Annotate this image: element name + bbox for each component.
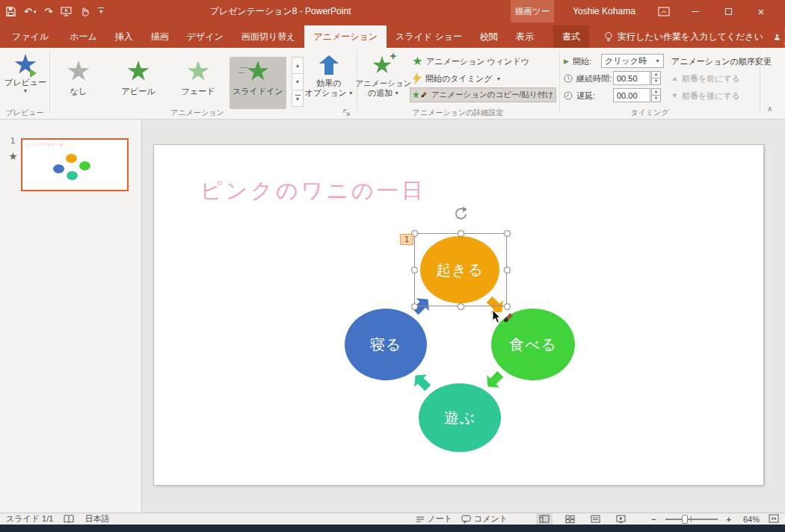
shape-play[interactable]: 遊ぶ (419, 383, 501, 452)
group-label-animation: アニメーション (49, 108, 345, 118)
fit-slide-to-window-button[interactable] (769, 514, 779, 525)
tab-draw[interactable]: 描画 (142, 25, 178, 48)
selection-handle[interactable] (411, 303, 418, 310)
selection-handle[interactable] (458, 303, 464, 310)
move-later-arrow-icon: ▼ (671, 92, 678, 99)
tab-transitions[interactable]: 画面切り替え (233, 25, 305, 48)
selection-handle[interactable] (504, 303, 511, 310)
ribbon-tab-row: ファイル ホーム 挿入 描画 デザイン 画面切り替え アニメーション スライド … (0, 22, 785, 48)
delay-spin-up-button[interactable]: ▲ (651, 88, 661, 95)
duration-clock-icon (564, 74, 573, 83)
qat-customize-icon[interactable]: ▾ (98, 7, 104, 15)
add-animation-button[interactable]: + アニメーション の追加▼ (359, 51, 408, 98)
move-later-button[interactable]: ▼ 順番を後にする (671, 88, 740, 103)
trigger-button[interactable]: 開始のタイミング ▼ (413, 71, 501, 86)
slide-title[interactable]: ピンクのワニの一日 (200, 176, 426, 206)
gallery-scroll-down-button[interactable]: ▼ (292, 73, 304, 90)
animation-appear-item[interactable]: アピール (110, 57, 167, 109)
delay-input[interactable]: 00.00 (613, 88, 650, 102)
effect-options-button[interactable]: 効果の オプション▼ (305, 51, 353, 98)
start-from-beginning-icon[interactable] (61, 7, 72, 16)
maximize-button[interactable] (712, 0, 745, 22)
tab-file[interactable]: ファイル (0, 25, 61, 48)
duration-spin-down-button[interactable]: ▼ (651, 78, 661, 85)
delay-label: 遅延: (576, 90, 595, 102)
zoom-slider-handle[interactable] (682, 515, 688, 524)
slide-canvas[interactable]: ピンクのワニの一日 起きる 食べる 遊ぶ 寝る 1 (153, 144, 764, 486)
zoom-in-button[interactable]: + (727, 515, 731, 524)
animation-pane-label: アニメーション ウィンドウ (426, 56, 529, 67)
undo-icon[interactable]: ↶▾ (24, 7, 36, 16)
gallery-scroll-up-button[interactable]: ▲ (292, 57, 304, 74)
slideshow-view-button[interactable] (612, 513, 629, 525)
lightbulb-icon (604, 31, 613, 43)
cycle-arrow-bottom-to-left[interactable] (409, 369, 434, 395)
thumbnail-shape (66, 154, 77, 163)
animation-dialog-launcher-icon[interactable] (342, 108, 351, 117)
move-earlier-button[interactable]: ▲ 順番を前にする (671, 71, 740, 86)
comments-button[interactable]: コメント (461, 513, 508, 525)
animation-number-badge[interactable]: 1 (400, 234, 413, 245)
animation-painter-brush-icon (421, 90, 428, 99)
animation-slidein-item[interactable]: スライドイン (230, 57, 286, 109)
animation-fade-item[interactable]: フェード (170, 57, 227, 109)
tab-design[interactable]: デザイン (178, 25, 233, 48)
animation-none-item[interactable]: なし (50, 57, 107, 109)
tab-slideshow[interactable]: スライド ショー (387, 25, 471, 48)
start-row: ▶ 開始: (564, 54, 591, 69)
start-dropdown[interactable]: クリック時 ▼ (601, 54, 664, 68)
delay-spin-down-button[interactable]: ▼ (651, 95, 661, 102)
selection-handle[interactable] (504, 267, 511, 273)
painter-cursor-brush-icon (503, 312, 514, 324)
touch-mode-icon[interactable] (80, 6, 90, 16)
move-later-label: 順番を後にする (682, 90, 740, 102)
slide-thumbnail[interactable]: ピンクのワニの一日 (21, 138, 129, 191)
zoom-level[interactable]: 64% (740, 515, 760, 524)
save-icon[interactable] (6, 7, 16, 16)
normal-view-button[interactable] (536, 513, 552, 525)
redo-icon[interactable]: ↷ (44, 7, 52, 16)
collapse-ribbon-button[interactable]: ∧ (767, 105, 772, 113)
effect-options-label-1: 効果の (316, 78, 341, 88)
preview-play-icon (30, 69, 37, 78)
tab-home[interactable]: ホーム (61, 25, 106, 48)
preview-button[interactable]: プレビュー ▼ (4, 51, 46, 94)
notes-button[interactable]: ノート (416, 513, 453, 525)
share-button[interactable]: 共有 (763, 25, 785, 48)
zoom-slider[interactable] (665, 519, 718, 520)
share-person-icon (774, 32, 781, 42)
rotation-handle[interactable] (453, 206, 468, 221)
slide-indicator[interactable]: スライド 1/1 (6, 513, 53, 525)
shape-play-label: 遊ぶ (444, 408, 475, 428)
shape-sleep[interactable]: 寝る (345, 309, 427, 380)
tab-format-contextual[interactable]: 書式 (553, 25, 589, 48)
reading-view-button[interactable] (587, 513, 603, 525)
close-button[interactable]: × (745, 0, 778, 22)
animation-painter-button[interactable]: アニメーションのコピー/貼り付け (410, 87, 556, 102)
none-label: なし (50, 86, 107, 97)
duration-input[interactable]: 00.50 (613, 71, 650, 85)
proofing-button[interactable] (64, 515, 74, 523)
cycle-arrow-right-to-bottom[interactable] (481, 368, 507, 393)
selection-handle[interactable] (504, 230, 511, 237)
ribbon-display-options-button[interactable] (647, 0, 680, 22)
slidein-motion-line (240, 67, 247, 68)
tab-insert[interactable]: 挿入 (106, 25, 142, 48)
zoom-out-button[interactable]: − (651, 515, 656, 524)
animation-pane-button[interactable]: アニメーション ウィンドウ (413, 54, 529, 69)
undo-dropdown-icon[interactable]: ▾ (34, 9, 37, 14)
slide-sorter-view-button[interactable] (561, 513, 578, 525)
minimize-button[interactable] (679, 0, 712, 22)
duration-spin-up-button[interactable]: ▲ (651, 71, 661, 78)
gallery-more-button[interactable]: ▼ (292, 90, 304, 107)
selection-handle[interactable] (458, 230, 464, 237)
selection-handle[interactable] (411, 267, 418, 273)
tab-animations[interactable]: アニメーション (304, 25, 387, 48)
group-label-timing: タイミング (559, 108, 740, 118)
language-indicator[interactable]: 日本語 (84, 513, 109, 525)
tab-review[interactable]: 校閲 (471, 25, 507, 48)
delay-row: 遅延: (564, 88, 595, 103)
tab-view[interactable]: 表示 (507, 25, 543, 48)
tell-me-box[interactable]: 実行したい作業を入力してください (604, 25, 763, 48)
zoom-notch (691, 516, 692, 522)
